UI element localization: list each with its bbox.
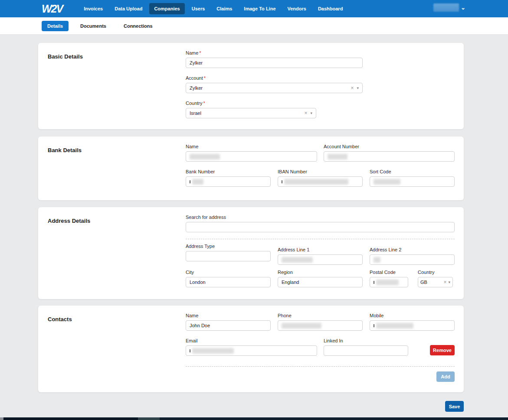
top-navigation-bar: W2V Invoices Data Upload Companies Users…	[0, 0, 508, 17]
country-field: Country* Israel × ▾	[186, 101, 316, 118]
name-label: Name	[186, 50, 198, 55]
address-details-card: Address Details Search for address Addre…	[38, 207, 464, 299]
contacts-title: Contacts	[48, 316, 186, 322]
company-name-input[interactable]	[186, 58, 363, 68]
contact-linkedin-label: Linked In	[324, 338, 408, 343]
contact-name-input[interactable]	[186, 320, 271, 331]
required-mark: *	[204, 75, 206, 81]
region-input[interactable]	[278, 277, 363, 287]
page-content: Basic Details Name* Account* Zylker × ▾ …	[0, 35, 508, 420]
account-field: Account* Zylker × ▾	[186, 75, 363, 93]
address-type-input[interactable]	[186, 251, 271, 261]
account-number-label: Account Number	[324, 144, 455, 149]
company-name-field: Name*	[186, 50, 363, 68]
nav-item-vendors[interactable]: Vendors	[283, 3, 311, 14]
save-button[interactable]: Save	[445, 401, 464, 412]
nav-item-users[interactable]: Users	[187, 3, 210, 14]
address-details-title: Address Details	[48, 218, 186, 224]
address-search-input[interactable]	[186, 222, 455, 232]
caret-down-icon[interactable]: ▾	[448, 280, 450, 284]
redacted-value	[192, 179, 203, 185]
bank-number-label: Bank Number	[186, 169, 271, 174]
address-line1-label: Address Line 1	[278, 247, 363, 252]
company-tabs: Details Documents Connections	[0, 17, 508, 35]
contact-linkedin-input[interactable]	[324, 345, 408, 356]
address-type-field: Address Type	[186, 244, 271, 261]
caret-down-icon[interactable]: ▾	[357, 86, 359, 90]
sort-code-input[interactable]	[370, 176, 455, 187]
address-country-select[interactable]: GB × ▾	[418, 277, 453, 287]
address-line1-field: Address Line 1	[278, 247, 363, 265]
account-number-field: Account Number	[324, 144, 455, 162]
nav-item-invoices[interactable]: Invoices	[79, 3, 108, 14]
add-contact-button[interactable]: Add	[436, 371, 455, 382]
address-line2-field: Address Line 2	[370, 247, 455, 265]
user-account-dropdown[interactable]: ⌄	[433, 3, 465, 12]
contact-mobile-input[interactable]	[370, 320, 455, 331]
redacted-value	[374, 281, 374, 284]
redacted-value	[374, 179, 400, 185]
taskbar-edge	[0, 417, 508, 420]
redacted-value	[374, 324, 374, 327]
city-label: City	[186, 270, 271, 275]
basic-details-title: Basic Details	[48, 53, 186, 60]
bank-name-input[interactable]	[186, 151, 317, 162]
clear-icon[interactable]: ×	[442, 279, 448, 285]
contact-email-label: Email	[186, 338, 317, 343]
clear-icon[interactable]: ×	[301, 110, 310, 116]
tab-documents[interactable]: Documents	[75, 21, 112, 31]
address-type-label: Address Type	[186, 244, 271, 249]
redacted-username	[433, 3, 459, 12]
contact-linkedin-field: Linked In	[324, 338, 408, 356]
redacted-value	[282, 180, 282, 183]
address-search-label: Search for address	[186, 215, 455, 220]
redacted-value	[282, 257, 313, 263]
bank-name-field: Name	[186, 144, 317, 162]
iban-number-input[interactable]	[278, 176, 363, 187]
redacted-value	[376, 323, 413, 329]
contact-email-input[interactable]	[186, 345, 317, 356]
main-nav: Invoices Data Upload Companies Users Cla…	[79, 3, 347, 14]
country-label: Country	[186, 101, 203, 106]
redacted-value	[284, 179, 348, 185]
nav-item-dashboard[interactable]: Dashboard	[313, 3, 347, 14]
account-select[interactable]: Zylker × ▾	[186, 83, 363, 93]
address-country-value: GB	[420, 280, 442, 285]
nav-item-companies[interactable]: Companies	[149, 3, 184, 14]
bank-name-label: Name	[186, 144, 317, 149]
tab-connections[interactable]: Connections	[118, 21, 158, 31]
country-select[interactable]: Israel × ▾	[186, 108, 316, 118]
account-number-input[interactable]	[324, 151, 455, 162]
remove-contact-button[interactable]: Remove	[430, 345, 455, 355]
nav-item-image-to-line[interactable]: Image To Line	[239, 3, 280, 14]
contact-email-field: Email	[186, 338, 317, 356]
postal-code-label: Postal Code	[370, 270, 408, 275]
country-selected-value: Israel	[190, 111, 301, 116]
address-line2-label: Address Line 2	[370, 247, 455, 252]
region-label: Region	[278, 270, 363, 275]
address-country-label: Country	[418, 270, 453, 275]
postal-code-input[interactable]	[370, 277, 408, 287]
tab-details[interactable]: Details	[42, 21, 69, 31]
clear-icon[interactable]: ×	[347, 85, 357, 91]
nav-item-data-upload[interactable]: Data Upload	[110, 3, 147, 14]
postal-code-field: Postal Code	[370, 270, 408, 287]
contact-name-field: Name	[186, 313, 271, 331]
address-line2-input[interactable]	[370, 254, 455, 265]
bank-number-field: Bank Number	[186, 169, 271, 187]
sort-code-field: Sort Code	[370, 169, 455, 187]
address-country-field: Country GB × ▾	[418, 270, 453, 287]
divider	[186, 239, 455, 239]
caret-down-icon[interactable]: ▾	[310, 111, 312, 115]
redacted-value	[328, 154, 347, 160]
contact-mobile-field: Mobile	[370, 313, 455, 331]
address-line1-input[interactable]	[278, 254, 363, 265]
bank-details-card: Bank Details Name Account Number	[38, 137, 464, 200]
bank-number-input[interactable]	[186, 176, 271, 187]
redacted-value	[374, 257, 380, 263]
redacted-value	[190, 154, 220, 160]
account-selected-value: Zylker	[190, 85, 347, 91]
contact-phone-input[interactable]	[278, 320, 363, 331]
city-input[interactable]	[186, 277, 271, 287]
nav-item-claims[interactable]: Claims	[212, 3, 237, 14]
